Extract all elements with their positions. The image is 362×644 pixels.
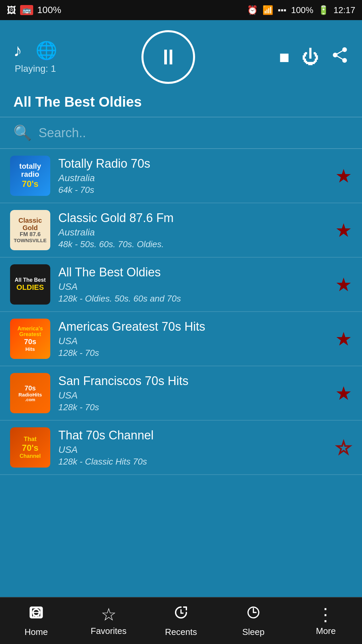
share-button[interactable]	[331, 46, 349, 68]
more-icon: ⋮	[317, 606, 335, 623]
station-info: Americas Greatest 70s Hits USA 128k - 70…	[58, 320, 327, 358]
station-country: USA	[58, 444, 327, 455]
search-bar: 🔍	[0, 117, 362, 149]
alarm-icon: ⏰	[247, 5, 258, 15]
battery-percent: 100%	[291, 5, 313, 15]
favorite-star[interactable]: ★	[335, 274, 352, 296]
station-logo: 70s RadioHits .com	[10, 373, 50, 413]
sleep-label: Sleep	[242, 627, 265, 637]
station-meta: 128k - 70s	[58, 348, 327, 358]
station-name: Classic Gold 87.6 Fm	[58, 211, 327, 225]
nav-recents[interactable]: Recents	[145, 604, 217, 637]
station-meta: 128k - 70s	[58, 402, 327, 413]
station-country: USA	[58, 281, 327, 292]
photo-icon: 🖼	[7, 5, 16, 16]
wifi-icon: 📶	[262, 5, 273, 15]
stop-button[interactable]: ■	[279, 47, 290, 67]
station-item[interactable]: All The Best OLDIES All The Best Oldies …	[0, 258, 362, 312]
station-name: That 70s Channel	[58, 428, 327, 442]
station-country: USA	[58, 336, 327, 346]
favorites-icon: ☆	[101, 606, 117, 623]
battery-icon: 🔋	[318, 5, 329, 15]
station-name: Americas Greatest 70s Hits	[58, 320, 327, 334]
signal-count: 100%	[37, 5, 61, 15]
sleep-icon	[245, 604, 261, 624]
station-item[interactable]: totally radio 70's Totally Radio 70s Aus…	[0, 149, 362, 203]
station-country: USA	[58, 390, 327, 401]
signal-bars-icon: ▪▪▪	[278, 5, 287, 15]
station-info: Classic Gold 87.6 Fm Australia 48k - 50s…	[58, 211, 327, 250]
station-meta: 128k - Classic Hits 70s	[58, 457, 327, 467]
playing-label: Playing: 1	[15, 63, 56, 74]
nav-favorites[interactable]: ☆ Favorites	[72, 606, 145, 636]
search-icon: 🔍	[13, 124, 32, 142]
home-label: Home	[24, 627, 48, 637]
pause-button[interactable]: ⏸	[141, 30, 195, 84]
now-playing-title: All The Best Oldies	[13, 94, 142, 110]
status-right-icons: ⏰ 📶 ▪▪▪ 100% 🔋 12:17	[247, 5, 355, 15]
more-label: More	[316, 626, 336, 636]
station-info: All The Best Oldies USA 128k - Oldies. 5…	[58, 265, 327, 304]
station-meta: 64k - 70s	[58, 185, 327, 195]
station-info: Totally Radio 70s Australia 64k - 70s	[58, 157, 327, 195]
svg-line-4	[335, 55, 345, 60]
station-name: Totally Radio 70s	[58, 157, 327, 171]
favorites-label: Favorites	[91, 626, 127, 636]
bottom-nav: Home ☆ Favorites Recents Sleep ⋮ More	[0, 597, 362, 644]
favorite-star[interactable]: ★	[335, 328, 352, 350]
player-header: ♪ 🌐 Playing: 1 ⏸ ■ ⏻	[0, 20, 362, 91]
station-meta: 128k - Oldies. 50s. 60s and 70s	[58, 293, 327, 304]
favorite-star[interactable]: ★	[335, 165, 352, 187]
favorite-star[interactable]: ★	[335, 219, 352, 241]
home-icon	[28, 604, 44, 624]
station-name: All The Best Oldies	[58, 265, 327, 279]
svg-line-3	[335, 50, 345, 55]
favorite-star[interactable]: ★	[335, 382, 352, 404]
station-logo: All The Best OLDIES	[10, 264, 50, 305]
station-logo: America's Greatest 70s Hits	[10, 319, 50, 359]
status-left-icons: 🖼 🚌 100%	[7, 5, 61, 16]
station-logo: That 70's Channel	[10, 427, 50, 468]
nav-more[interactable]: ⋮ More	[290, 606, 362, 636]
nav-icon-status: 🚌	[20, 5, 33, 15]
station-info: That 70s Channel USA 128k - Classic Hits…	[58, 428, 327, 467]
station-logo: Classic Gold FM 87.6 TOWNSVILLE	[10, 210, 50, 250]
recents-icon	[173, 604, 189, 624]
station-meta: 48k - 50s. 60s. 70s. Oldies.	[58, 239, 327, 250]
nav-sleep[interactable]: Sleep	[217, 604, 290, 637]
player-right-controls: ■ ⏻	[279, 46, 349, 68]
music-note-icon[interactable]: ♪	[13, 40, 22, 61]
station-logo: totally radio 70's	[10, 156, 50, 196]
svg-point-11	[39, 607, 41, 609]
nav-home[interactable]: Home	[0, 604, 72, 637]
search-input[interactable]	[39, 126, 349, 140]
station-country: Australia	[58, 227, 327, 238]
favorite-star[interactable]: ☆	[335, 437, 352, 459]
now-playing-title-section: All The Best Oldies	[0, 91, 362, 117]
station-list: totally radio 70's Totally Radio 70s Aus…	[0, 149, 362, 475]
station-item[interactable]: That 70's Channel That 70s Channel USA 1…	[0, 421, 362, 475]
recents-label: Recents	[165, 627, 197, 637]
station-country: Australia	[58, 173, 327, 183]
station-item[interactable]: Classic Gold FM 87.6 TOWNSVILLE Classic …	[0, 203, 362, 258]
status-bar: 🖼 🚌 100% ⏰ 📶 ▪▪▪ 100% 🔋 12:17	[0, 0, 362, 20]
station-name: San Franciscos 70s Hits	[58, 374, 327, 388]
pause-icon: ⏸	[158, 46, 179, 68]
station-item[interactable]: 70s RadioHits .com San Franciscos 70s Hi…	[0, 366, 362, 421]
clock-status: 12:17	[334, 5, 355, 15]
player-left-section: ♪ 🌐 Playing: 1	[13, 40, 57, 74]
power-button[interactable]: ⏻	[302, 47, 319, 67]
station-info: San Franciscos 70s Hits USA 128k - 70s	[58, 374, 327, 413]
globe-icon[interactable]: 🌐	[36, 40, 57, 61]
station-item[interactable]: America's Greatest 70s Hits Americas Gre…	[0, 312, 362, 366]
